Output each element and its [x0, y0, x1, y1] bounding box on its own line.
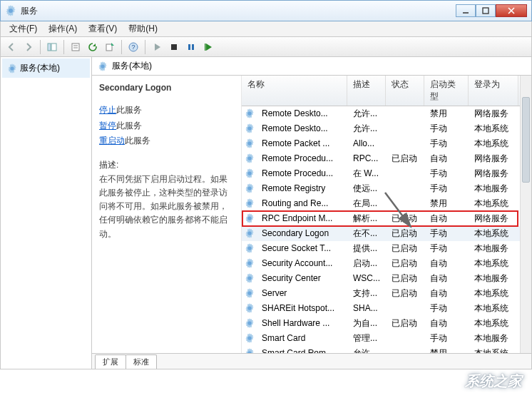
- service-row[interactable]: Shell Hardware ...为自...已启动自动本地系统: [242, 316, 531, 331]
- view-tabs: 扩展 标准: [92, 353, 531, 369]
- service-row[interactable]: Remote Packet ...Allo...手动本地系统: [242, 136, 531, 151]
- forward-button[interactable]: [21, 39, 36, 55]
- cell-status: 已启动: [386, 287, 424, 300]
- cell-startup: 手动: [424, 183, 469, 195]
- description-text: 在不同凭据下启用启动过程。如果此服务被停止，这种类型的登录访问将不可用。如果此服…: [99, 173, 234, 241]
- cell-name: Remote Deskto...: [256, 108, 347, 118]
- cell-startup: 手动: [424, 332, 469, 345]
- service-row[interactable]: Server支持...已启动自动本地系统: [242, 286, 531, 301]
- restart-link[interactable]: 重启动: [99, 136, 125, 146]
- service-row[interactable]: Security CenterWSC...已启动自动本地服务: [242, 271, 531, 286]
- svg-point-18: [101, 64, 104, 68]
- properties-button[interactable]: [68, 39, 83, 55]
- menu-file[interactable]: 文件(F): [4, 23, 43, 35]
- stop-suffix: 此服务: [116, 105, 142, 115]
- col-status[interactable]: 状态: [386, 76, 424, 106]
- cell-desc: 启动...: [347, 257, 386, 270]
- toolbar-separator: [40, 40, 41, 54]
- svg-point-31: [247, 291, 251, 295]
- pause-service-button[interactable]: [183, 39, 199, 55]
- service-row[interactable]: Remote Registry使远...手动本地服务: [242, 181, 531, 196]
- svg-point-33: [247, 321, 251, 325]
- svg-point-24: [247, 186, 251, 190]
- service-row[interactable]: Smart Card Rem...允许...禁用本地系统: [242, 346, 531, 353]
- gear-icon: [245, 318, 255, 328]
- cell-name: Shell Hardware ...: [256, 318, 347, 328]
- minimize-button[interactable]: [456, 4, 476, 17]
- cell-status: 已启动: [386, 257, 424, 270]
- cell-desc: 在不...: [347, 228, 386, 240]
- help-button[interactable]: ?: [126, 39, 141, 55]
- show-hide-tree-button[interactable]: [44, 39, 60, 55]
- cell-name: Server: [256, 288, 347, 298]
- service-actions: 停止此服务 暂停此服务 重启动此服务: [99, 103, 234, 149]
- cell-startup: 自动: [424, 213, 469, 225]
- cell-logon: 本地系统: [469, 257, 518, 270]
- service-row[interactable]: Secure Socket T...提供...已启动手动本地服务: [242, 241, 531, 256]
- gear-icon: [245, 108, 255, 118]
- service-row[interactable]: Security Account...启动...已启动自动本地系统: [242, 256, 531, 271]
- tab-standard[interactable]: 标准: [126, 354, 157, 369]
- cell-name: Remote Procedu...: [256, 168, 347, 178]
- cell-desc: Allo...: [347, 138, 386, 148]
- stop-service-button[interactable]: [166, 39, 182, 55]
- toolbar: ?: [0, 37, 532, 57]
- service-row[interactable]: RPC Endpoint M...解析...已启动自动网络服务: [242, 211, 531, 226]
- cell-desc: 使远...: [347, 183, 386, 195]
- col-desc[interactable]: 描述: [347, 76, 386, 106]
- tab-extended[interactable]: 扩展: [95, 354, 126, 369]
- svg-rect-10: [106, 44, 112, 51]
- menubar: 文件(F) 操作(A) 查看(V) 帮助(H): [0, 21, 532, 37]
- cell-startup: 自动: [424, 317, 469, 330]
- cell-startup: 手动: [424, 243, 469, 255]
- export-button[interactable]: [102, 39, 118, 55]
- service-list[interactable]: 名称 描述 状态 启动类型 登录为 Remote Deskto...允许...禁…: [242, 76, 531, 353]
- svg-rect-6: [51, 44, 56, 51]
- col-name[interactable]: 名称: [242, 76, 347, 106]
- service-row[interactable]: Remote Deskto...允许...禁用网络服务: [242, 106, 531, 121]
- gear-icon: [245, 213, 255, 223]
- back-button[interactable]: [4, 39, 19, 55]
- pause-link[interactable]: 暂停: [99, 121, 116, 131]
- cell-name: Routing and Re...: [256, 198, 347, 208]
- service-row[interactable]: Remote Procedu...在 W...手动网络服务: [242, 166, 531, 181]
- right-pane-title: 服务(本地): [112, 60, 152, 72]
- tree-node-services-local[interactable]: 服务(本地): [2, 58, 90, 78]
- menu-view[interactable]: 查看(V): [83, 23, 123, 35]
- restart-service-button[interactable]: [200, 39, 216, 55]
- cell-logon: 本地系统: [469, 198, 518, 210]
- toolbar-separator: [145, 40, 145, 54]
- vertical-scrollbar[interactable]: [520, 76, 531, 353]
- cell-desc: 在局...: [347, 198, 386, 210]
- col-startup[interactable]: 启动类型: [424, 76, 469, 106]
- close-button[interactable]: [496, 4, 527, 17]
- start-service-button[interactable]: [149, 39, 165, 55]
- menu-help[interactable]: 帮助(H): [123, 23, 163, 35]
- gear-icon: [245, 168, 255, 178]
- cell-startup: 禁用: [424, 198, 469, 210]
- svg-point-19: [247, 111, 251, 115]
- list-header: 名称 描述 状态 启动类型 登录为: [242, 76, 531, 106]
- right-body: Secondary Logon 停止此服务 暂停此服务 重启动此服务 描述: 在…: [92, 76, 531, 353]
- cell-logon: 网络服务: [469, 108, 518, 120]
- service-row[interactable]: Remote Deskto...允许...手动本地系统: [242, 121, 531, 136]
- cell-startup: 手动: [424, 168, 469, 180]
- menu-action[interactable]: 操作(A): [43, 23, 83, 35]
- main-area: 服务(本地) 服务(本地) Secondary Logon 停止此服务 暂停此服…: [0, 57, 532, 369]
- col-logon[interactable]: 登录为: [469, 76, 518, 106]
- svg-rect-13: [171, 44, 177, 50]
- toolbar-separator: [121, 40, 122, 54]
- svg-point-23: [247, 171, 251, 175]
- refresh-button[interactable]: [85, 39, 101, 55]
- service-row[interactable]: Remote Procedu...RPC...已启动自动网络服务: [242, 151, 531, 166]
- scrollbar-thumb[interactable]: [522, 97, 530, 183]
- service-row[interactable]: Smart Card管理...手动本地服务: [242, 331, 531, 346]
- service-row[interactable]: SHAREit Hotspot...SHA...手动本地系统: [242, 301, 531, 316]
- svg-rect-16: [205, 44, 206, 51]
- stop-link[interactable]: 停止: [99, 105, 116, 115]
- maximize-button[interactable]: [476, 4, 496, 17]
- service-row[interactable]: Routing and Re...在局...禁用本地系统: [242, 196, 531, 211]
- svg-point-29: [247, 261, 251, 265]
- service-row[interactable]: Secondary Logon在不...已启动手动本地系统: [242, 226, 531, 241]
- cell-status: 已启动: [386, 213, 424, 225]
